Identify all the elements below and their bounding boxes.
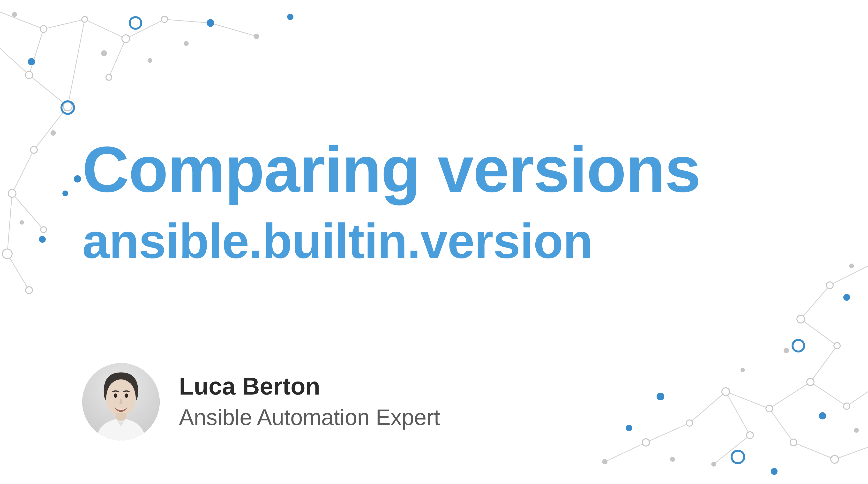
svg-point-35 xyxy=(184,41,189,46)
svg-point-21 xyxy=(63,102,72,111)
svg-point-68 xyxy=(790,439,797,446)
svg-line-9 xyxy=(12,150,34,193)
svg-point-62 xyxy=(834,343,840,349)
svg-point-36 xyxy=(130,17,141,29)
svg-line-12 xyxy=(7,254,29,290)
svg-point-71 xyxy=(747,432,753,439)
svg-line-52 xyxy=(605,443,646,462)
svg-point-16 xyxy=(40,26,47,32)
svg-line-6 xyxy=(0,49,29,75)
svg-point-38 xyxy=(28,58,35,65)
svg-point-88 xyxy=(114,393,117,398)
svg-point-25 xyxy=(2,249,12,259)
svg-point-60 xyxy=(827,282,833,289)
slide-title: Comparing versions xyxy=(82,135,760,203)
svg-point-26 xyxy=(26,287,32,293)
svg-point-42 xyxy=(39,236,46,243)
slide-subtitle: ansible.builtin.version xyxy=(82,213,760,269)
svg-line-45 xyxy=(801,285,830,319)
svg-line-56 xyxy=(810,382,847,406)
svg-point-84 xyxy=(626,425,632,431)
svg-point-80 xyxy=(732,451,744,463)
svg-point-32 xyxy=(51,130,56,136)
svg-point-37 xyxy=(61,101,74,114)
svg-line-49 xyxy=(726,392,769,409)
svg-point-41 xyxy=(74,175,81,183)
svg-line-11 xyxy=(7,193,12,254)
slide-content: Comparing versions ansible.builtin.versi… xyxy=(82,135,760,269)
svg-point-67 xyxy=(642,439,650,446)
svg-point-75 xyxy=(602,459,608,464)
svg-line-13 xyxy=(29,29,43,75)
svg-point-70 xyxy=(843,403,850,409)
svg-point-79 xyxy=(793,340,804,352)
svg-line-51 xyxy=(646,423,689,443)
svg-point-34 xyxy=(254,34,259,39)
svg-line-53 xyxy=(769,409,794,443)
svg-point-63 xyxy=(807,378,814,386)
author-title: Ansible Automation Expert xyxy=(179,403,440,432)
svg-line-5 xyxy=(211,23,256,36)
svg-line-55 xyxy=(835,447,868,459)
svg-line-58 xyxy=(726,392,750,435)
svg-point-78 xyxy=(670,457,675,462)
svg-point-74 xyxy=(711,462,716,466)
svg-point-69 xyxy=(831,455,838,463)
author-section: Luca Berton Ansible Automation Expert xyxy=(82,363,440,441)
svg-point-89 xyxy=(125,393,128,398)
svg-point-24 xyxy=(41,227,46,233)
svg-point-31 xyxy=(148,58,152,63)
svg-line-4 xyxy=(164,19,211,23)
svg-point-81 xyxy=(843,294,850,301)
svg-point-40 xyxy=(287,14,293,20)
svg-line-59 xyxy=(714,435,750,464)
svg-point-20 xyxy=(25,71,33,78)
author-avatar xyxy=(82,363,160,441)
svg-point-61 xyxy=(797,315,805,323)
author-info: Luca Berton Ansible Automation Expert xyxy=(179,372,440,432)
svg-line-47 xyxy=(810,346,837,382)
svg-line-14 xyxy=(68,19,85,106)
svg-point-23 xyxy=(8,190,16,197)
svg-point-18 xyxy=(122,35,130,42)
svg-point-17 xyxy=(82,17,88,22)
svg-point-72 xyxy=(849,263,854,268)
svg-point-64 xyxy=(766,405,773,412)
svg-point-73 xyxy=(783,348,789,353)
svg-point-27 xyxy=(106,74,112,80)
svg-point-28 xyxy=(207,20,214,26)
svg-line-48 xyxy=(769,382,810,409)
svg-point-22 xyxy=(30,147,37,153)
svg-line-0 xyxy=(0,12,43,29)
svg-point-82 xyxy=(657,393,664,400)
svg-line-57 xyxy=(847,392,868,406)
svg-line-1 xyxy=(43,19,85,29)
svg-line-8 xyxy=(34,106,68,150)
svg-line-46 xyxy=(801,319,837,346)
svg-point-77 xyxy=(741,368,745,372)
svg-point-43 xyxy=(62,191,68,196)
svg-point-66 xyxy=(686,420,692,426)
svg-point-29 xyxy=(12,12,17,17)
svg-point-85 xyxy=(771,468,777,475)
svg-point-33 xyxy=(20,220,24,225)
svg-line-7 xyxy=(29,75,68,106)
svg-line-3 xyxy=(126,19,164,39)
svg-point-76 xyxy=(854,428,859,433)
svg-line-50 xyxy=(689,392,726,423)
svg-point-83 xyxy=(819,412,826,419)
svg-line-10 xyxy=(12,193,43,230)
svg-point-30 xyxy=(101,50,107,56)
svg-line-44 xyxy=(830,266,868,285)
svg-point-19 xyxy=(161,16,168,23)
svg-point-65 xyxy=(722,388,730,395)
svg-point-39 xyxy=(207,19,214,27)
svg-line-2 xyxy=(85,19,126,39)
svg-line-54 xyxy=(794,443,835,459)
svg-line-15 xyxy=(109,39,126,77)
author-name: Luca Berton xyxy=(179,372,440,400)
